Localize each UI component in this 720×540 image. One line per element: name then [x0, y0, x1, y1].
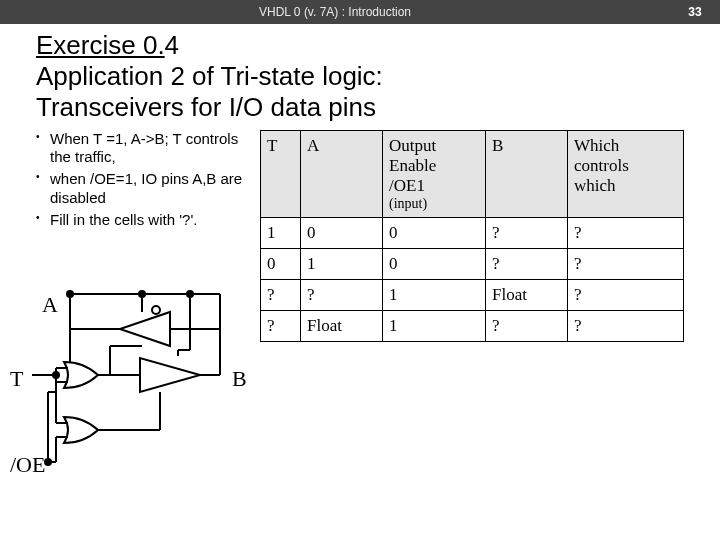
- cell: 0: [383, 217, 486, 248]
- cell: 0: [383, 248, 486, 279]
- th-OE-l4: (input): [389, 196, 479, 212]
- title-line3: Transceivers for I/O data pins: [36, 92, 376, 122]
- cell: 0: [301, 217, 383, 248]
- cell: ?: [486, 217, 568, 248]
- cell: ?: [568, 217, 684, 248]
- bullet-item: Fill in the cells with '?'.: [36, 211, 260, 230]
- page-number: 33: [670, 5, 720, 19]
- title-line1-underlined: Exercise 0.: [36, 30, 165, 60]
- truth-table: T A Output Enable /OE1 (input) B Which c…: [260, 130, 684, 342]
- diagram-label-T: T: [10, 366, 23, 392]
- table-row: 0 1 0 ? ?: [261, 248, 684, 279]
- th-which-l1: Which: [574, 136, 619, 155]
- cell: 1: [383, 310, 486, 341]
- title-line1-suffix: 4: [165, 30, 179, 60]
- th-which: Which controls which: [568, 130, 684, 217]
- svg-point-6: [152, 306, 160, 314]
- cell: Float: [486, 279, 568, 310]
- slide-header: VHDL 0 (v. 7A) : Introduction 33: [0, 0, 720, 24]
- table-row: ? Float 1 ? ?: [261, 310, 684, 341]
- th-which-l3: which: [574, 176, 616, 195]
- table-header-row: T A Output Enable /OE1 (input) B Which c…: [261, 130, 684, 217]
- cell: Float: [301, 310, 383, 341]
- svg-point-31: [53, 372, 59, 378]
- cell: ?: [486, 248, 568, 279]
- th-A: A: [301, 130, 383, 217]
- th-which-l2: controls: [574, 156, 629, 175]
- exercise-title: Exercise 0.4 Application 2 of Tri-state …: [36, 30, 684, 124]
- cell: ?: [568, 279, 684, 310]
- title-line2: Application 2 of Tri-state logic:: [36, 61, 383, 91]
- th-OE-l3: /OE1: [389, 176, 425, 195]
- svg-marker-11: [140, 358, 200, 392]
- cell: ?: [301, 279, 383, 310]
- table-row: 1 0 0 ? ?: [261, 217, 684, 248]
- svg-marker-5: [120, 312, 170, 346]
- bullet-item: When T =1, A->B; T controls the traffic,: [36, 130, 260, 168]
- cell: ?: [261, 310, 301, 341]
- cell: ?: [261, 279, 301, 310]
- th-OE: Output Enable /OE1 (input): [383, 130, 486, 217]
- bullet-item: when /OE=1, IO pins A,B are disabled: [36, 170, 260, 208]
- cell: 1: [383, 279, 486, 310]
- th-B: B: [486, 130, 568, 217]
- header-title: VHDL 0 (v. 7A) : Introduction: [0, 5, 670, 19]
- th-T: T: [261, 130, 301, 217]
- diagram-label-A: A: [42, 292, 58, 318]
- th-OE-l2: Enable: [389, 156, 436, 175]
- cell: ?: [568, 310, 684, 341]
- cell: 1: [301, 248, 383, 279]
- diagram-label-B: B: [232, 366, 247, 392]
- cell: 1: [261, 217, 301, 248]
- diagram-label-OE: /OE: [10, 452, 45, 478]
- cell: ?: [486, 310, 568, 341]
- cell: ?: [568, 248, 684, 279]
- table-row: ? ? 1 Float ?: [261, 279, 684, 310]
- th-OE-l1: Output: [389, 136, 436, 155]
- cell: 0: [261, 248, 301, 279]
- svg-point-38: [45, 459, 51, 465]
- transceiver-diagram: A T B /OE: [10, 272, 260, 502]
